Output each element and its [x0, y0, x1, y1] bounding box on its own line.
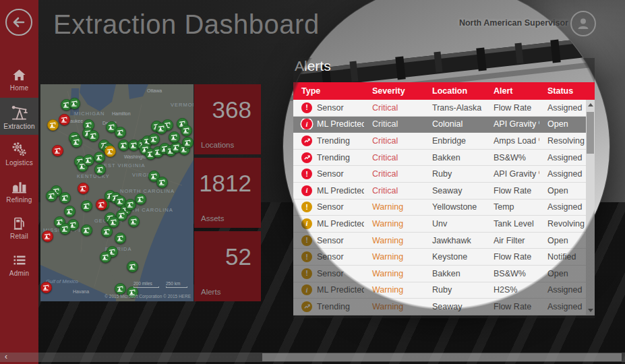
alert-location: Yellowstone: [424, 202, 485, 212]
map-marker-green[interactable]: [59, 223, 71, 235]
horizontal-scrollbar-thumb[interactable]: [262, 353, 622, 361]
scrollbar-thumb[interactable]: [587, 112, 594, 154]
alert-severity: Critical: [364, 153, 424, 162]
kpi-label: Locations: [201, 141, 234, 149]
scroll-left-button[interactable]: ‹: [1, 353, 11, 362]
map-marker-red[interactable]: [96, 199, 107, 210]
map-marker-green[interactable]: [64, 206, 76, 217]
pumpjack-marker-icon: [184, 137, 191, 149]
sidebar-item-home[interactable]: Home: [0, 61, 38, 98]
sidebar-nav: HomeExtractionLogisticsRefiningRetailAdm…: [0, 61, 38, 283]
alert-row[interactable]: TrendingCriticalBakkenBS&W%Assigned: [293, 150, 595, 166]
locations-map[interactable]: OttawaVERMONTMICHIGANHamiltonMilwaukeeDe…: [40, 84, 194, 301]
alert-location: Seaway: [424, 186, 485, 195]
map-marker-green[interactable]: [127, 261, 138, 272]
alert-row[interactable]: TrendingCriticalEnbridgeAmps Load %Resol…: [293, 133, 595, 150]
info-glyph: i: [305, 187, 307, 194]
alert-type-cell: Trending: [293, 135, 364, 146]
alert-row[interactable]: !SensorWarningYellowstoneTempAssigned: [293, 200, 595, 216]
alert-row[interactable]: !SensorCriticalRubyAPI Gravity %Assigned: [293, 166, 595, 183]
map-marker-green[interactable]: [81, 200, 92, 212]
map-marker-red[interactable]: [59, 114, 70, 125]
map-marker-green[interactable]: [83, 154, 94, 166]
map-marker-green[interactable]: [156, 123, 167, 134]
pumpjack-marker-icon: [117, 127, 124, 139]
map-marker-green[interactable]: [128, 216, 140, 227]
alert-location: Bakken: [424, 269, 485, 278]
map-marker-green[interactable]: [94, 152, 105, 163]
map-marker-amber[interactable]: [105, 146, 116, 157]
pumpjack-marker-icon: [110, 216, 117, 229]
sidebar-item-retail[interactable]: Retail: [0, 209, 38, 246]
alert-severity: Warning: [364, 236, 424, 245]
map-marker-green[interactable]: [71, 136, 82, 148]
map-marker-green[interactable]: [94, 164, 106, 175]
map-marker-red[interactable]: [52, 145, 63, 156]
alert-severity: Warning: [364, 285, 424, 295]
map-marker-amber[interactable]: [47, 119, 59, 131]
alert-type-label: ML Predicted: [317, 119, 364, 129]
pumpjack-marker-icon: [61, 192, 69, 204]
alert-type-cell: !Sensor: [293, 251, 364, 262]
alert-type-label: ML Predicted: [317, 186, 364, 195]
map-marker-green[interactable]: [59, 192, 71, 204]
map-marker-red[interactable]: [78, 183, 89, 194]
kpi-value: 368: [212, 96, 251, 123]
kpi-tile-alerts[interactable]: 52Alerts: [194, 231, 261, 301]
alert-metric: BS&W%: [485, 269, 539, 278]
alert-severity: Critical: [364, 103, 424, 113]
map-marker-red[interactable]: [42, 231, 53, 242]
map-marker-green[interactable]: [69, 98, 80, 109]
alert-location: Ruby: [424, 285, 485, 295]
sidebar-item-extraction[interactable]: Extraction: [0, 98, 38, 135]
map-marker-green[interactable]: [101, 226, 113, 237]
pumpjack-marker-icon: [90, 130, 97, 142]
alert-row[interactable]: !SensorWarningBakkenBS&W%Open: [293, 266, 595, 282]
alert-row[interactable]: !SensorCriticalTrans-AlaskaFlow RateAssi…: [293, 100, 595, 117]
alert-row[interactable]: iML PredictedCriticalSeawayFlow RateOpen: [293, 183, 595, 200]
back-button[interactable]: [5, 9, 32, 36]
sidebar-item-refining[interactable]: Refining: [0, 172, 38, 209]
alert-row[interactable]: !SensorWarningKeystoneFlow RateNotified: [293, 249, 595, 266]
alert-type-cell: iML Predicted: [293, 185, 364, 196]
map-marker-green[interactable]: [46, 190, 57, 202]
user-avatar[interactable]: [570, 11, 596, 36]
user-name-label: North American Supervisor: [459, 18, 568, 28]
alerts-vertical-scrollbar[interactable]: [586, 100, 595, 315]
alert-row[interactable]: !SensorWarningJawkhawkAir FilterOpen: [293, 233, 595, 249]
kpi-tile-locations[interactable]: 368Locations: [194, 84, 261, 154]
map-marker-green[interactable]: [115, 127, 126, 138]
scroll-down-button[interactable]: [586, 306, 595, 315]
sidebar-item-logistics[interactable]: Logistics: [0, 135, 38, 172]
pumpjack-marker-icon: [85, 154, 92, 166]
trend-glyph: [303, 303, 311, 310]
map-marker-green[interactable]: [115, 283, 126, 295]
map-marker-green[interactable]: [148, 133, 160, 145]
scroll-up-button[interactable]: [586, 100, 595, 109]
alert-row[interactable]: iML PredictedCriticalColonialAPI Gravity…: [293, 117, 595, 133]
map-marker-green[interactable]: [115, 233, 126, 244]
map-marker-green[interactable]: [135, 193, 146, 205]
map-marker-green[interactable]: [182, 137, 194, 148]
alert-row[interactable]: iML PredictedWarningRubyH2S%Assigned: [293, 282, 595, 299]
alert-metric: BS&W%: [485, 153, 539, 162]
sidebar-item-admin[interactable]: Admin: [0, 246, 38, 283]
horizontal-scrollbar[interactable]: ‹: [0, 353, 625, 362]
map-marker-red[interactable]: [40, 282, 52, 293]
alert-metric: Amps Load %: [485, 136, 539, 146]
map-marker-green[interactable]: [156, 177, 168, 188]
map-marker-green[interactable]: [100, 251, 111, 263]
kpi-tile-assets[interactable]: 1812Assets: [194, 158, 261, 228]
map-marker-green[interactable]: [88, 130, 99, 142]
alert-type-label: Sensor: [317, 269, 344, 278]
info-glyph: i: [305, 121, 307, 128]
alert-row[interactable]: iML PredictedWarningUnvTank LevelRevolvi…: [293, 216, 595, 233]
map-marker-green[interactable]: [169, 131, 180, 143]
alert-severity: Warning: [364, 302, 424, 311]
map-marker-green[interactable]: [181, 125, 192, 136]
alert-metric: Air Filter: [485, 236, 539, 245]
info-glyph: i: [305, 220, 307, 227]
map-marker-green[interactable]: [81, 224, 92, 236]
alert-severity: Critical: [364, 136, 424, 146]
alert-row[interactable]: TrendingWarningSeawayFlow RateAssigned: [293, 299, 595, 315]
